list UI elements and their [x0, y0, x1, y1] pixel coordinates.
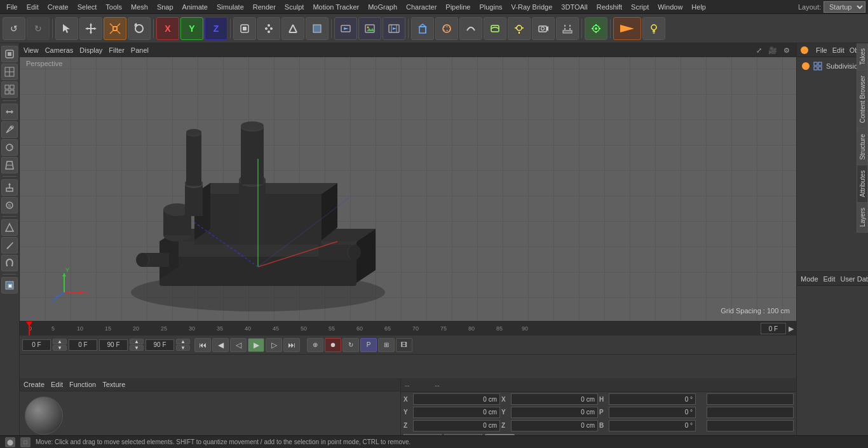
- deformer-btn[interactable]: [484, 17, 506, 40]
- tool-magnet[interactable]: [1, 255, 18, 271]
- end-frame-display[interactable]: [761, 323, 786, 334]
- tab-takes[interactable]: Takes: [857, 43, 868, 71]
- keyframe-auto[interactable]: ⏺: [325, 338, 341, 352]
- render-main[interactable]: [613, 17, 641, 40]
- end-down[interactable]: ▼: [130, 345, 144, 351]
- camera-btn[interactable]: [532, 17, 555, 40]
- play-forward[interactable]: ▶: [248, 338, 264, 352]
- viewport-maximize[interactable]: ⤢: [753, 44, 764, 56]
- tab-content-browser[interactable]: Content Browser: [857, 71, 868, 128]
- h2-field[interactable]: [707, 393, 794, 405]
- go-to-end[interactable]: ⏭: [283, 338, 300, 352]
- keyframe-add[interactable]: ⊕: [307, 338, 323, 352]
- points-mode[interactable]: [257, 17, 280, 40]
- keyframe-film[interactable]: 🎞: [396, 338, 412, 352]
- tool-triangle[interactable]: [1, 219, 18, 236]
- tab-structure[interactable]: Structure: [857, 129, 868, 166]
- curve-btn[interactable]: [459, 17, 482, 40]
- b-field[interactable]: [609, 420, 696, 431]
- cube-btn[interactable]: [411, 17, 434, 40]
- menu-mograph[interactable]: MoGraph: [364, 2, 401, 12]
- status-icon-move[interactable]: ⬤: [5, 437, 15, 447]
- tool-subdivide[interactable]: [1, 64, 18, 80]
- end2-up[interactable]: ▲: [176, 339, 190, 344]
- menu-window[interactable]: Window: [654, 2, 686, 12]
- end2-down[interactable]: ▼: [176, 345, 190, 351]
- tool-fill[interactable]: ▣: [1, 277, 18, 294]
- y-pos-field[interactable]: [413, 407, 500, 418]
- y-rot-field[interactable]: [511, 407, 598, 418]
- go-to-start[interactable]: ⏮: [194, 338, 211, 352]
- menu-simulate[interactable]: Simulate: [213, 2, 248, 12]
- vp-menu-view[interactable]: View: [24, 46, 39, 54]
- tool-object[interactable]: [1, 46, 18, 62]
- attr-mode[interactable]: Mode: [801, 275, 818, 283]
- step-forward[interactable]: ▷: [266, 338, 282, 352]
- edges-mode[interactable]: [281, 17, 304, 40]
- frame-up[interactable]: ▲: [53, 339, 67, 344]
- tool-loop[interactable]: [1, 139, 18, 156]
- z-axis[interactable]: Z: [205, 17, 227, 40]
- menu-animate[interactable]: Animate: [179, 2, 212, 12]
- play-reverse[interactable]: ◁: [230, 338, 247, 352]
- rotate-tool[interactable]: [128, 17, 151, 40]
- render-animation[interactable]: [383, 17, 405, 40]
- vp-menu-cameras[interactable]: Cameras: [45, 46, 74, 54]
- end-frame-field2[interactable]: [146, 339, 174, 351]
- x-pos-field[interactable]: [413, 393, 500, 405]
- attr-user-data[interactable]: User Data: [841, 275, 869, 283]
- menu-edit[interactable]: Edit: [23, 2, 43, 12]
- sphere-btn[interactable]: [435, 17, 458, 40]
- tool-move[interactable]: [1, 104, 18, 120]
- frame-down[interactable]: ▼: [53, 345, 67, 351]
- x-axis[interactable]: X: [156, 17, 179, 40]
- end-up[interactable]: ▲: [130, 339, 144, 344]
- menu-pipeline[interactable]: Pipeline: [442, 2, 474, 12]
- render-picture-viewer[interactable]: [358, 17, 381, 40]
- move-tool[interactable]: [79, 17, 102, 40]
- y-axis[interactable]: Y: [180, 17, 203, 40]
- p-field[interactable]: [609, 407, 696, 418]
- faces-mode[interactable]: [306, 17, 329, 40]
- menu-file[interactable]: File: [3, 2, 22, 12]
- menu-mesh[interactable]: Mesh: [127, 2, 152, 12]
- current-frame-field[interactable]: [22, 339, 51, 351]
- end-frame-arrow[interactable]: ▶: [789, 325, 794, 333]
- viewport-settings[interactable]: ⚙: [781, 44, 792, 56]
- menu-render[interactable]: Render: [249, 2, 280, 12]
- attr-edit[interactable]: Edit: [824, 275, 836, 283]
- tool-grid[interactable]: [1, 81, 18, 98]
- menu-create[interactable]: Create: [44, 2, 72, 12]
- tab-layers[interactable]: Layers: [857, 203, 868, 233]
- timeline-playhead[interactable]: [29, 322, 30, 336]
- snap-btn[interactable]: [585, 17, 607, 40]
- tab-attributes[interactable]: Attributes: [857, 165, 868, 203]
- light-btn[interactable]: [508, 17, 531, 40]
- viewport-camera-icon[interactable]: 🎥: [767, 44, 778, 56]
- material-preview[interactable]: [25, 397, 63, 435]
- tool-pen[interactable]: [1, 121, 18, 138]
- menu-select[interactable]: Select: [74, 2, 101, 12]
- menu-character[interactable]: Character: [402, 2, 440, 12]
- floor-btn[interactable]: [556, 17, 579, 40]
- menu-script[interactable]: Script: [627, 2, 653, 12]
- 3d-viewport[interactable]: View Cameras Display Filter Panel ⤢ 🎥 ⚙ …: [20, 43, 796, 321]
- step-back[interactable]: ◀: [212, 338, 229, 352]
- b2-field[interactable]: [707, 420, 794, 431]
- mat-texture[interactable]: Texture: [102, 381, 125, 388]
- light-bulb[interactable]: [642, 17, 665, 40]
- h-field[interactable]: [609, 393, 696, 405]
- render-view[interactable]: [334, 17, 357, 40]
- scale-tool[interactable]: [104, 17, 126, 40]
- keyframe-p[interactable]: P: [360, 338, 377, 352]
- vp-menu-filter[interactable]: Filter: [109, 46, 124, 54]
- obj-file[interactable]: File: [816, 46, 827, 54]
- tool-extrude[interactable]: [1, 179, 18, 196]
- redo-button[interactable]: ↻: [27, 17, 50, 40]
- p2-field[interactable]: [707, 407, 794, 418]
- menu-help[interactable]: Help: [688, 2, 710, 12]
- cursor-tool[interactable]: [55, 17, 78, 40]
- layout-dropdown[interactable]: Startup: [824, 1, 865, 13]
- tool-knife[interactable]: [1, 237, 18, 254]
- menu-tools[interactable]: Tools: [102, 2, 126, 12]
